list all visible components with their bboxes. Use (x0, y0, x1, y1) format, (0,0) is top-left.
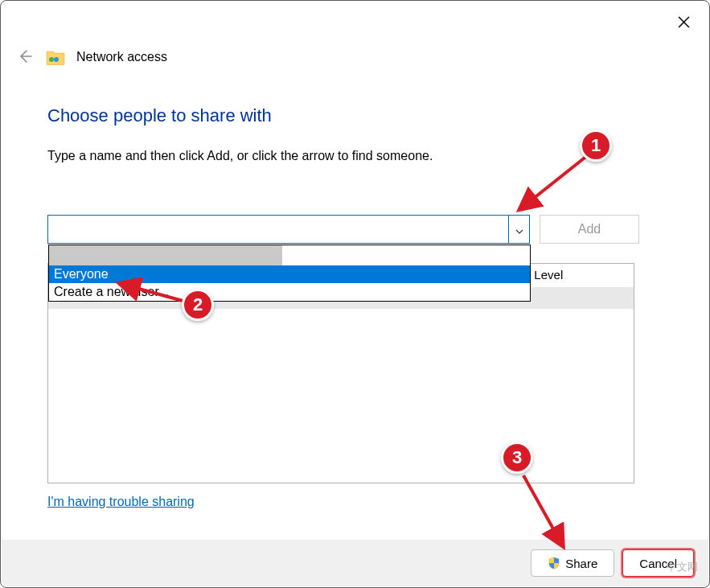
footer: Share Cancel (2, 540, 708, 586)
back-arrow-icon (18, 49, 32, 66)
shield-icon (548, 557, 560, 569)
window-title: Network access (76, 50, 167, 64)
content-area: Choose people to share with Type a name … (47, 105, 663, 244)
annotation-callout-1: 1 (580, 130, 612, 162)
dropdown-option-everyone[interactable]: Everyone (49, 265, 530, 283)
svg-point-1 (54, 57, 59, 62)
svg-point-0 (49, 57, 54, 62)
share-button-label: Share (565, 557, 597, 570)
user-input[interactable] (48, 216, 508, 243)
input-row: Everyone Create a new user... Add (47, 215, 663, 244)
page-heading: Choose people to share with (47, 105, 663, 126)
annotation-callout-2: 2 (182, 289, 214, 321)
dialog-window: Network access Choose people to share wi… (0, 0, 710, 588)
back-button[interactable] (15, 47, 35, 67)
help-link[interactable]: I'm having trouble sharing (47, 495, 195, 509)
chevron-down-icon (515, 223, 523, 236)
header: Network access (15, 47, 167, 67)
combobox-dropdown: Everyone Create a new user... (48, 245, 531, 302)
folder-share-icon (46, 49, 65, 65)
combobox-dropdown-button[interactable] (508, 216, 529, 243)
instruction-text: Type a name and then click Add, or click… (47, 149, 663, 163)
annotation-callout-3: 3 (501, 442, 533, 474)
close-icon (678, 15, 690, 32)
dropdown-option-redacted[interactable] (49, 245, 530, 265)
dropdown-option-create-user[interactable]: Create a new user... (49, 283, 530, 301)
share-button[interactable]: Share (531, 549, 614, 577)
user-combobox[interactable]: Everyone Create a new user... (47, 215, 530, 244)
add-button[interactable]: Add (540, 215, 639, 244)
watermark: 中文网 (667, 560, 698, 574)
close-button[interactable] (672, 12, 695, 35)
